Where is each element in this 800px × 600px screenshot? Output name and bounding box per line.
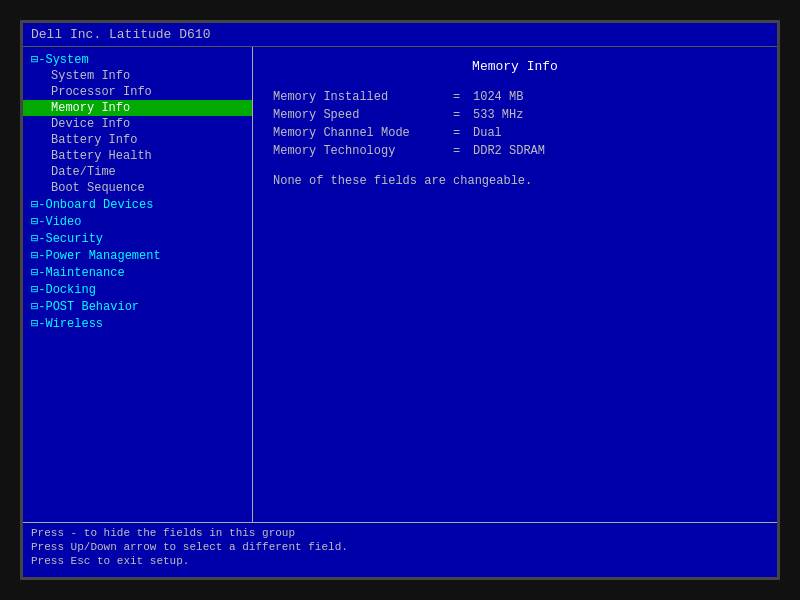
- field-value: 533 MHz: [473, 108, 523, 122]
- bios-screen: Dell Inc. Latitude D610 ⊟-SystemSystem I…: [20, 20, 780, 580]
- sidebar-item-battery-info[interactable]: Battery Info: [23, 132, 252, 148]
- field-label: Memory Installed: [273, 90, 453, 104]
- info-table: Memory Installed= 1024 MBMemory Speed= 5…: [273, 90, 757, 158]
- title-text: Dell Inc. Latitude D610: [31, 27, 210, 42]
- info-row: Memory Speed= 533 MHz: [273, 108, 757, 122]
- sidebar-item-processor-info[interactable]: Processor Info: [23, 84, 252, 100]
- sidebar-item-wireless[interactable]: ⊟-Wireless: [23, 315, 252, 332]
- content-title: Memory Info: [273, 59, 757, 74]
- sidebar-item-device-info[interactable]: Device Info: [23, 116, 252, 132]
- sidebar-item-post-behavior[interactable]: ⊟-POST Behavior: [23, 298, 252, 315]
- status-line: Press Esc to exit setup.: [31, 555, 769, 567]
- status-line: Press Up/Down arrow to select a differen…: [31, 541, 769, 553]
- field-value: DDR2 SDRAM: [473, 144, 545, 158]
- field-label: Memory Speed: [273, 108, 453, 122]
- sidebar-item-video[interactable]: ⊟-Video: [23, 213, 252, 230]
- field-equals: =: [453, 90, 473, 104]
- sidebar-item-maintenance[interactable]: ⊟-Maintenance: [23, 264, 252, 281]
- sidebar-item-system[interactable]: ⊟-System: [23, 51, 252, 68]
- field-value: Dual: [473, 126, 502, 140]
- sidebar-item-security[interactable]: ⊟-Security: [23, 230, 252, 247]
- sidebar-item-battery-health[interactable]: Battery Health: [23, 148, 252, 164]
- sidebar-item-onboard-devices[interactable]: ⊟-Onboard Devices: [23, 196, 252, 213]
- main-area: ⊟-SystemSystem InfoProcessor InfoMemory …: [23, 47, 777, 522]
- field-value: 1024 MB: [473, 90, 523, 104]
- field-equals: =: [453, 108, 473, 122]
- content-area: Memory Info Memory Installed= 1024 MBMem…: [253, 47, 777, 522]
- field-label: Memory Technology: [273, 144, 453, 158]
- sidebar-item-system-info[interactable]: System Info: [23, 68, 252, 84]
- info-row: Memory Channel Mode= Dual: [273, 126, 757, 140]
- sidebar-item-boot-sequence[interactable]: Boot Sequence: [23, 180, 252, 196]
- status-line: Press - to hide the fields in this group: [31, 527, 769, 539]
- status-bar: Press - to hide the fields in this group…: [23, 522, 777, 577]
- sidebar-item-docking[interactable]: ⊟-Docking: [23, 281, 252, 298]
- field-equals: =: [453, 126, 473, 140]
- info-note: None of these fields are changeable.: [273, 174, 757, 188]
- sidebar: ⊟-SystemSystem InfoProcessor InfoMemory …: [23, 47, 253, 522]
- sidebar-item-power-management[interactable]: ⊟-Power Management: [23, 247, 252, 264]
- sidebar-item-memory-info[interactable]: Memory Info: [23, 100, 252, 116]
- field-equals: =: [453, 144, 473, 158]
- info-row: Memory Technology= DDR2 SDRAM: [273, 144, 757, 158]
- sidebar-wrapper: ⊟-SystemSystem InfoProcessor InfoMemory …: [23, 47, 253, 522]
- title-bar: Dell Inc. Latitude D610: [23, 23, 777, 47]
- field-label: Memory Channel Mode: [273, 126, 453, 140]
- sidebar-item-date-time[interactable]: Date/Time: [23, 164, 252, 180]
- info-row: Memory Installed= 1024 MB: [273, 90, 757, 104]
